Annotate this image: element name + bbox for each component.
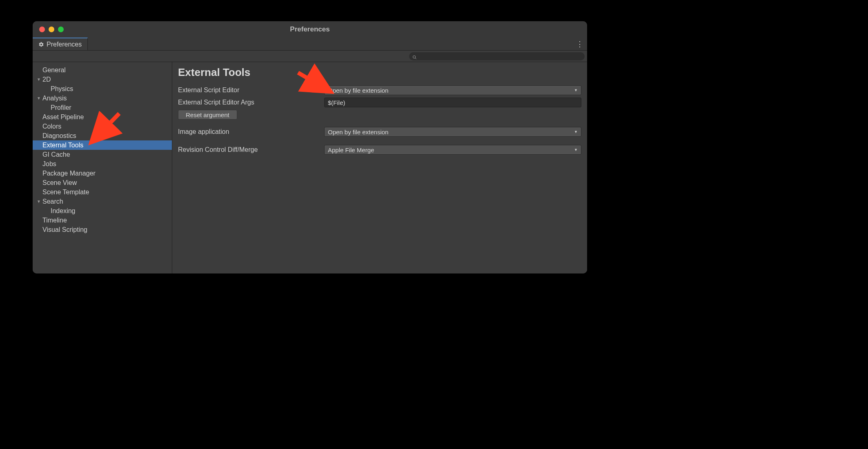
search-row	[33, 51, 587, 62]
external-script-editor-args-input[interactable]	[324, 98, 581, 107]
sidebar-item-profiler[interactable]: Profiler	[33, 103, 172, 112]
disclosure-triangle-icon[interactable]: ▼	[37, 96, 42, 100]
chevron-down-icon: ▼	[574, 148, 578, 152]
sidebar-item-label: Package Manager	[42, 170, 96, 177]
reset-argument-row: Reset argument	[178, 110, 581, 120]
svg-line-1	[415, 58, 416, 59]
external-script-editor-row: External Script Editor Open by file exte…	[178, 85, 581, 95]
maximize-button[interactable]	[58, 27, 64, 32]
external-script-editor-args-row: External Script Editor Args	[178, 98, 581, 107]
sidebar-item-label: External Tools	[42, 142, 83, 149]
revision-control-dropdown[interactable]: Apple File Merge ▼	[324, 145, 581, 155]
sidebar-item-label: Diagnostics	[42, 132, 76, 140]
sidebar-item-jobs[interactable]: Jobs	[33, 159, 172, 169]
sidebar-item-label: GI Cache	[42, 151, 70, 158]
sidebar-item-label: Colors	[42, 123, 61, 130]
disclosure-triangle-icon[interactable]: ▼	[37, 199, 42, 204]
sidebar-item-label: Search	[42, 198, 63, 205]
sidebar-item-timeline[interactable]: Timeline	[33, 216, 172, 225]
revision-control-row: Revision Control Diff/Merge Apple File M…	[178, 145, 581, 155]
dropdown-value: Open by file extension	[328, 87, 388, 94]
sidebar-item-gi-cache[interactable]: GI Cache	[33, 150, 172, 159]
chevron-down-icon: ▼	[574, 88, 578, 92]
external-script-editor-dropdown[interactable]: Open by file extension ▼	[324, 85, 581, 95]
sidebar-item-label: Profiler	[51, 104, 71, 111]
svg-point-0	[413, 56, 415, 58]
titlebar: Preferences	[33, 21, 587, 38]
revision-control-label: Revision Control Diff/Merge	[178, 146, 321, 153]
sidebar-item-label: 2D	[42, 76, 51, 83]
tab-preferences[interactable]: Preferences	[33, 38, 88, 50]
tab-more-button[interactable]: ⋮	[575, 38, 585, 50]
sidebar-item-2d[interactable]: ▼2D	[33, 75, 172, 84]
sidebar-item-label: Scene View	[42, 179, 77, 187]
image-application-row: Image application Open by file extension…	[178, 127, 581, 137]
sidebar-item-diagnostics[interactable]: Diagnostics	[33, 131, 172, 140]
sidebar-item-label: Analysis	[42, 95, 67, 102]
dropdown-value: Open by file extension	[328, 129, 388, 136]
content-area: General▼2DPhysics▼AnalysisProfilerAsset …	[33, 62, 587, 273]
panel-heading: External Tools	[178, 66, 581, 79]
search-input[interactable]	[419, 53, 581, 59]
sidebar-item-label: Visual Scripting	[42, 226, 87, 233]
close-button[interactable]	[39, 27, 45, 32]
search-box[interactable]	[409, 52, 585, 60]
sidebar-item-label: Scene Template	[42, 189, 89, 196]
image-application-label: Image application	[178, 128, 321, 136]
sidebar-item-indexing[interactable]: Indexing	[33, 206, 172, 216]
reset-argument-button[interactable]: Reset argument	[178, 110, 237, 120]
sidebar-item-search[interactable]: ▼Search	[33, 197, 172, 206]
sidebar-item-label: Timeline	[42, 217, 67, 224]
sidebar-item-visual-scripting[interactable]: Visual Scripting	[33, 225, 172, 234]
sidebar-item-colors[interactable]: Colors	[33, 122, 172, 131]
disclosure-triangle-icon[interactable]: ▼	[37, 77, 42, 82]
sidebar-item-label: Physics	[51, 85, 73, 93]
tab-bar: Preferences ⋮	[33, 38, 587, 51]
sidebar-item-physics[interactable]: Physics	[33, 84, 172, 93]
preferences-window: Preferences Preferences ⋮ General▼2DPhys…	[33, 21, 587, 273]
window-controls	[33, 27, 64, 32]
sidebar-item-label: Jobs	[42, 160, 56, 168]
sidebar-item-label: General	[42, 67, 66, 74]
external-script-editor-args-label: External Script Editor Args	[178, 99, 321, 106]
sidebar-item-general[interactable]: General	[33, 65, 172, 75]
external-script-editor-label: External Script Editor	[178, 87, 321, 94]
window-title: Preferences	[290, 25, 329, 33]
gear-icon	[38, 42, 44, 47]
sidebar-item-label: Asset Pipeline	[42, 113, 84, 121]
sidebar-item-label: Indexing	[51, 207, 76, 215]
chevron-down-icon: ▼	[574, 130, 578, 134]
preferences-sidebar: General▼2DPhysics▼AnalysisProfilerAsset …	[33, 62, 172, 273]
sidebar-item-scene-template[interactable]: Scene Template	[33, 187, 172, 197]
sidebar-item-asset-pipeline[interactable]: Asset Pipeline	[33, 112, 172, 122]
dropdown-value: Apple File Merge	[328, 147, 374, 153]
sidebar-item-external-tools[interactable]: External Tools	[33, 140, 172, 150]
sidebar-item-scene-view[interactable]: Scene View	[33, 178, 172, 187]
minimize-button[interactable]	[49, 27, 54, 32]
sidebar-item-package-manager[interactable]: Package Manager	[33, 169, 172, 178]
sidebar-item-analysis[interactable]: ▼Analysis	[33, 93, 172, 103]
tab-label: Preferences	[47, 41, 82, 48]
image-application-dropdown[interactable]: Open by file extension ▼	[324, 127, 581, 137]
search-icon	[412, 54, 417, 58]
preferences-main-panel: External Tools External Script Editor Op…	[172, 62, 587, 273]
